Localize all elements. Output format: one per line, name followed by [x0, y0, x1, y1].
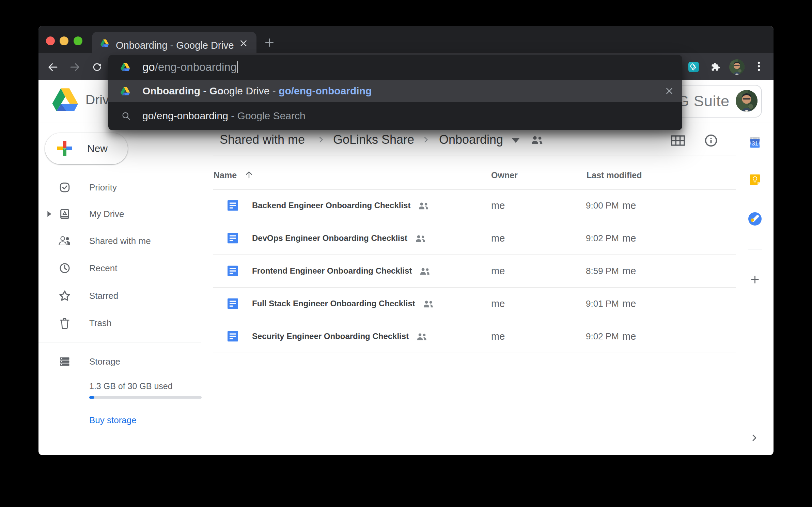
svg-text:31: 31: [752, 140, 758, 147]
